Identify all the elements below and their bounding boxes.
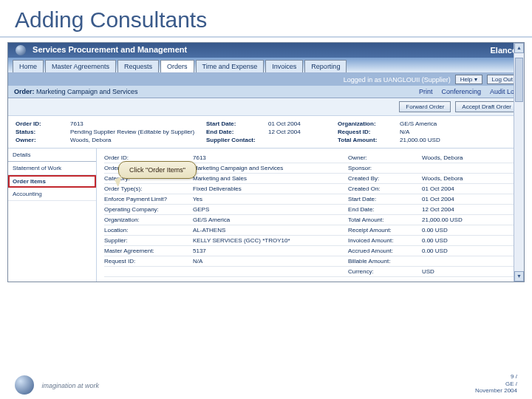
- accept-draft-order-button[interactable]: Accept Draft Order: [455, 101, 518, 112]
- tab-home[interactable]: Home: [13, 60, 44, 72]
- info-owner-label: Owner:: [16, 137, 67, 143]
- detail-value: 01 Oct 2004: [422, 185, 503, 192]
- body-area: Details Statement of Work Order Items Ac…: [8, 149, 524, 282]
- detail-value: 5137: [193, 248, 348, 254]
- info-organization-value: GE/S America: [400, 120, 466, 127]
- info-status-value: Pending Supplier Review (Editable by Sup…: [70, 129, 203, 135]
- detail-label: Enforce Payment Limit?: [104, 196, 193, 202]
- tabs-row: Home Master Agreements Requests Orders T…: [8, 58, 524, 73]
- tab-orders[interactable]: Orders: [160, 60, 194, 72]
- logged-in-text: Logged in as UANGLOUII (Supplier): [344, 76, 451, 83]
- detail-value: GE/S America: [193, 216, 348, 223]
- detail-value: 7613: [193, 154, 348, 161]
- detail-value: AL-ATHENS: [193, 227, 348, 233]
- detail-row: Operating Company:GEPSEnd Date:12 Oct 20…: [104, 205, 516, 215]
- info-organization-label: Organization:: [338, 120, 397, 127]
- detail-label: Currency:: [348, 268, 422, 275]
- link-conferencing[interactable]: Conferencing: [441, 88, 481, 95]
- detail-row: Master Agreement:5137Accrued Amount:0.00…: [104, 246, 516, 256]
- detail-label: Request ID:: [104, 258, 193, 265]
- scroll-up-icon[interactable]: ▲: [514, 43, 524, 53]
- info-request-id-label: Request ID:: [338, 129, 397, 135]
- detail-row: Request ID:N/ABillable Amount:: [104, 256, 516, 267]
- side-item-sow[interactable]: Statement of Work: [8, 162, 96, 175]
- order-info-grid: Order ID: 7613 Start Date: 01 Oct 2004 O…: [8, 116, 524, 149]
- detail-label: Accrued Amount:: [348, 248, 422, 254]
- detail-label: Location:: [104, 227, 193, 233]
- detail-row: Location:AL-ATHENSReceipt Amount:0.00 US…: [104, 225, 516, 236]
- detail-row: Enforce Payment Limit?YesStart Date:01 O…: [104, 194, 516, 205]
- detail-label: Start Date:: [348, 196, 422, 202]
- tab-reporting[interactable]: Reporting: [304, 60, 347, 72]
- info-status-label: Status:: [16, 129, 67, 135]
- side-menu: Details Statement of Work Order Items Ac…: [8, 149, 97, 282]
- ge-tagline: imagination at work: [41, 382, 99, 389]
- detail-value: Woods, Debora: [422, 154, 503, 161]
- detail-value: [422, 258, 503, 265]
- detail-value: Marketing Campaign and Services: [193, 165, 348, 171]
- order-label: Order:: [14, 88, 35, 95]
- detail-label: Supplier:: [104, 237, 193, 244]
- page-number: 9 /: [475, 373, 517, 381]
- order-name: Marketing Campaign and Services: [36, 88, 138, 95]
- detail-label: Billable Amount:: [348, 258, 422, 265]
- tab-time-expense[interactable]: Time and Expense: [196, 60, 265, 72]
- instruction-callout: Click "Order Items": [118, 161, 197, 179]
- detail-value: USD: [422, 268, 503, 275]
- detail-row: Order Type(s):Fixed DeliverablesCreated …: [104, 184, 516, 194]
- info-owner-value: Woods, Debora: [70, 137, 203, 143]
- info-total-amount-label: Total Amount:: [338, 137, 397, 143]
- info-total-amount-value: 21,000.00 USD: [400, 137, 466, 143]
- detail-value: 01 Oct 2004: [422, 196, 503, 202]
- detail-row: Organization:GE/S AmericaTotal Amount:21…: [104, 215, 516, 225]
- detail-value: GEPS: [193, 206, 348, 213]
- info-request-id-value: N/A: [400, 129, 466, 135]
- detail-label: Created By:: [348, 175, 422, 182]
- link-print[interactable]: Print: [419, 88, 433, 95]
- detail-value: N/A: [193, 258, 348, 265]
- detail-label: Organization:: [104, 216, 193, 223]
- detail-row: Supplier:KELLY SERVICES (GCC) *TROY10*In…: [104, 236, 516, 246]
- detail-label: [104, 268, 193, 275]
- detail-value: Yes: [193, 196, 348, 202]
- footer-date: November 2004: [475, 387, 517, 395]
- detail-value: KELLY SERVICES (GCC) *TROY10*: [193, 237, 348, 244]
- tab-invoices[interactable]: Invoices: [265, 60, 303, 72]
- detail-label: Order ID:: [104, 154, 193, 161]
- detail-label: Master Agreement:: [104, 248, 193, 254]
- detail-row: Currency:USD: [104, 267, 516, 277]
- info-supplier-contact-value: [268, 137, 335, 143]
- detail-value: [422, 165, 503, 171]
- info-start-date-value: 01 Oct 2004: [268, 120, 335, 127]
- detail-value: 0.00 USD: [422, 248, 503, 254]
- app-container: Services Procurement and Management Elan…: [7, 42, 525, 282]
- detail-value: Fixed Deliverables: [193, 185, 348, 192]
- side-item-accounting[interactable]: Accounting: [8, 188, 96, 201]
- detail-value: Woods, Debora: [422, 175, 503, 182]
- detail-value: Marketing and Sales: [193, 175, 348, 182]
- detail-value: [193, 268, 348, 275]
- scroll-thumb[interactable]: [515, 58, 523, 102]
- info-start-date-label: Start Date:: [206, 120, 265, 127]
- tab-master-agreements[interactable]: Master Agreements: [45, 60, 116, 72]
- side-item-order-items[interactable]: Order Items: [8, 175, 96, 188]
- slide-footer: imagination at work 9 / GE / November 20…: [0, 373, 532, 395]
- detail-label: Created On:: [348, 185, 422, 192]
- app-title: Services Procurement and Management: [33, 45, 187, 54]
- footer-org: GE /: [475, 381, 517, 388]
- tab-requests[interactable]: Requests: [117, 60, 159, 72]
- user-bar: Logged in as UANGLOUII (Supplier) Help ▾…: [8, 73, 524, 86]
- info-end-date-value: 12 Oct 2004: [268, 129, 335, 135]
- help-button[interactable]: Help ▾: [455, 75, 482, 84]
- detail-label: Operating Company:: [104, 206, 193, 213]
- detail-value: 0.00 USD: [422, 237, 503, 244]
- slide-title: Adding Consultants: [0, 0, 532, 38]
- scrollbar[interactable]: ▲ ▼: [514, 43, 524, 282]
- action-row: Forward Order Accept Draft Order: [8, 98, 524, 116]
- forward-order-button[interactable]: Forward Order: [399, 101, 451, 112]
- side-item-details[interactable]: Details: [8, 149, 96, 162]
- scroll-down-icon[interactable]: ▼: [514, 271, 524, 282]
- detail-label: Owner:: [348, 154, 422, 161]
- help-label: Help: [460, 76, 472, 83]
- detail-label: Receipt Amount:: [348, 227, 422, 233]
